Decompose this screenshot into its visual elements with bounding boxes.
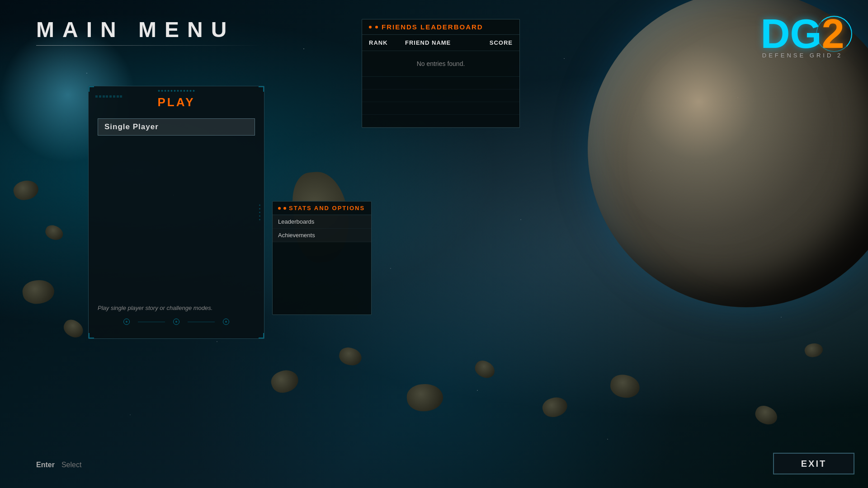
lb-empty-row-2 <box>362 89 519 102</box>
dot-1 <box>158 90 160 92</box>
ui-layer: MAIN MENU DG2 DEFENSE GRID 2 <box>0 0 868 488</box>
stats-title-bar: STATS AND OPTIONS <box>273 202 371 215</box>
corner-bl <box>89 333 94 338</box>
stats-title: STATS AND OPTIONS <box>289 205 365 211</box>
lb-rank-header: RANK <box>369 39 405 46</box>
side-decoration <box>259 205 260 221</box>
stats-empty-area <box>273 242 371 314</box>
panel-dots-top <box>158 90 195 92</box>
enter-key-label: Enter <box>36 461 55 469</box>
lb-score-header: SCORE <box>476 39 513 46</box>
leaderboard-title-bar: FRIENDS LEADERBOARD <box>362 19 519 35</box>
leaderboard-header: RANK FRIEND NAME SCORE <box>362 35 519 51</box>
lb-name-header: FRIEND NAME <box>405 39 476 46</box>
dot-7 <box>177 90 179 92</box>
achievements-item[interactable]: Achievements <box>273 229 371 242</box>
lb-empty-row-3 <box>362 102 519 115</box>
exit-button[interactable]: Exit <box>773 453 854 474</box>
lb-empty-row-1 <box>362 77 519 89</box>
dot-8 <box>180 90 182 92</box>
single-player-menu-item[interactable]: Single Player <box>98 118 255 136</box>
stats-dot-1 <box>278 207 281 210</box>
lb-dot-1 <box>369 26 372 28</box>
page-title: MAIN MENU <box>36 17 235 42</box>
nav-dot-center <box>173 319 179 325</box>
lb-dot-2 <box>375 26 378 28</box>
dot-11 <box>190 90 192 92</box>
play-panel: PLAY Single Player Play single player st… <box>88 86 264 339</box>
dot-10 <box>187 90 189 92</box>
corner-br <box>259 333 264 338</box>
leaderboard-title: FRIENDS LEADERBOARD <box>382 23 483 31</box>
logo-ring <box>816 16 852 52</box>
nav-dot-left <box>123 319 130 325</box>
title-underline <box>36 45 262 46</box>
stats-dot-2 <box>283 207 286 210</box>
stats-options-panel: STATS AND OPTIONS Leaderboards Achieveme… <box>272 201 372 315</box>
corner-tr <box>259 86 264 92</box>
dot-2 <box>161 90 163 92</box>
game-logo: DG2 DEFENSE GRID 2 <box>750 14 854 59</box>
dot-5 <box>171 90 173 92</box>
nav-line-right <box>188 322 215 322</box>
dot-12 <box>193 90 195 92</box>
dot-3 <box>165 90 166 92</box>
panel-nav-dots <box>123 319 229 325</box>
play-grid-decoration <box>95 95 123 104</box>
logo-subtitle: DEFENSE GRID 2 <box>750 52 854 59</box>
dot-4 <box>168 90 170 92</box>
select-action-label: Select <box>61 461 81 469</box>
lb-no-entries: No entries found. <box>362 51 519 77</box>
nav-line-left <box>138 322 165 322</box>
dot-9 <box>184 90 185 92</box>
panel-description: Play single player story or challenge mo… <box>98 305 255 311</box>
lb-empty-row-4 <box>362 115 519 127</box>
leaderboard-panel: FRIENDS LEADERBOARD RANK FRIEND NAME SCO… <box>362 19 520 128</box>
logo-d: D <box>760 11 790 56</box>
corner-tl <box>89 86 94 92</box>
dot-6 <box>174 90 176 92</box>
controls-hint: Enter Select <box>36 461 81 469</box>
nav-dot-right <box>223 319 229 325</box>
leaderboards-item[interactable]: Leaderboards <box>273 215 371 229</box>
